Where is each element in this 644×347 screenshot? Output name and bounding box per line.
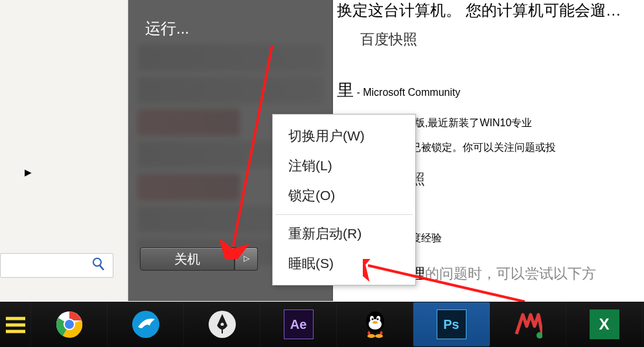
svg-point-22 <box>375 334 383 338</box>
red-highlight: 换定 <box>337 1 368 19</box>
svg-point-9 <box>65 320 74 329</box>
svg-point-19 <box>376 319 378 320</box>
svg-line-1 <box>100 265 104 270</box>
taskbar-pen-app[interactable] <box>184 302 260 346</box>
taskbar-thunder[interactable] <box>108 302 184 346</box>
sleep-item[interactable]: 睡眠(S) <box>273 249 415 278</box>
shutdown-split-button: 关机 ▷ <box>140 247 258 271</box>
svg-point-12 <box>220 323 224 326</box>
excel-icon: X <box>590 309 619 339</box>
restart-item[interactable]: 重新启动(R) <box>273 219 415 249</box>
lock-item[interactable]: 锁定(O) <box>273 181 415 210</box>
switch-user-item[interactable]: 切换用户(W) <box>273 121 415 151</box>
qq-icon <box>361 310 389 339</box>
svg-point-21 <box>367 334 375 338</box>
pen-icon <box>208 310 236 339</box>
taskbar: Ae Ps X <box>0 302 644 347</box>
taskbar-qq[interactable] <box>337 302 413 346</box>
taskbar-wps[interactable] <box>490 302 566 346</box>
svg-point-20 <box>373 321 378 324</box>
taskbar-after-effects[interactable]: Ae <box>260 302 337 346</box>
taskbar-excel[interactable]: X <box>566 302 643 346</box>
power-options-menu: 切换用户(W) 注销(L) 锁定(O) 重新启动(R) 睡眠(S) <box>272 114 416 285</box>
svg-point-15 <box>369 319 382 330</box>
result-title-link[interactable]: 里 - Microsoft Community <box>337 79 460 102</box>
start-search-input[interactable] <box>0 253 113 278</box>
taskbar-chrome[interactable] <box>31 302 108 346</box>
taskbar-menu-button[interactable] <box>0 302 31 346</box>
taskbar-photoshop[interactable]: Ps <box>413 302 490 346</box>
menu-separator <box>275 214 413 215</box>
svg-point-23 <box>536 332 542 339</box>
shutdown-button[interactable]: 关机 <box>140 247 235 271</box>
ps-icon: Ps <box>437 309 466 339</box>
svg-point-18 <box>371 319 373 320</box>
baidu-snapshot-link[interactable]: 百度快照 <box>360 30 417 49</box>
expand-arrow-icon[interactable]: ▶ <box>25 167 32 177</box>
chrome-icon <box>55 310 84 339</box>
bird-icon <box>132 310 160 339</box>
ae-icon: Ae <box>284 309 314 339</box>
shutdown-options-arrow[interactable]: ▷ <box>235 247 258 271</box>
search-icon <box>92 257 105 274</box>
result-fragment-1: 换定这台计算机。 您的计算机可能会遛… <box>337 0 621 21</box>
run-menu-item[interactable]: 运行... <box>145 18 189 39</box>
start-menu-left-panel: ▶ <box>0 0 128 301</box>
menu-icon <box>1 310 30 339</box>
result-snippet-4: 理的问题时，可以尝试以下方 <box>411 264 596 284</box>
wps-icon <box>514 310 542 339</box>
logoff-item[interactable]: 注销(L) <box>273 151 415 181</box>
result-snippet-2: 已被锁定。你可以关注问题或投 <box>411 141 556 155</box>
svg-point-0 <box>93 258 101 266</box>
